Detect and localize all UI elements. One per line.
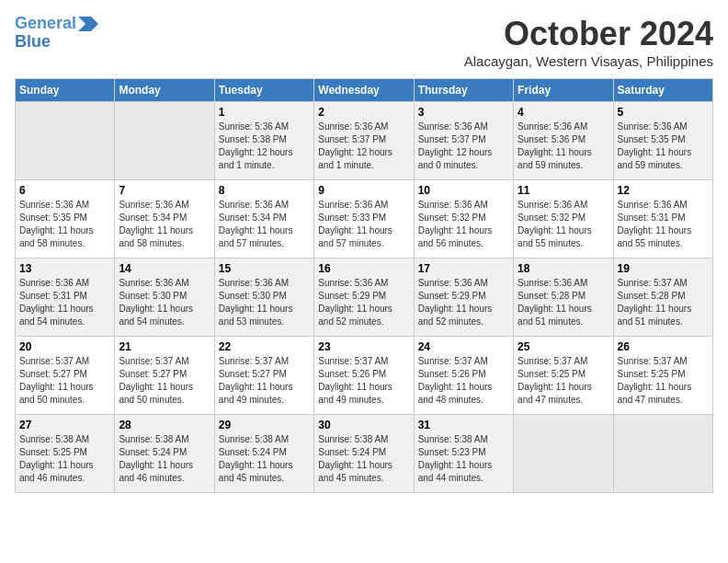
sunrise-text: Sunrise: 5:36 AM xyxy=(119,278,188,288)
day-info: Sunrise: 5:36 AMSunset: 5:37 PMDaylight:… xyxy=(418,121,509,172)
sunset-text: Sunset: 5:38 PM xyxy=(219,134,287,144)
sunset-text: Sunset: 5:27 PM xyxy=(19,369,87,379)
daylight-text: Daylight: 11 hours and 50 minutes. xyxy=(19,382,94,405)
daylight-text: Daylight: 11 hours and 49 minutes. xyxy=(219,382,293,405)
day-info: Sunrise: 5:38 AMSunset: 5:25 PMDaylight:… xyxy=(19,433,110,485)
sunset-text: Sunset: 5:26 PM xyxy=(318,369,386,379)
calendar-cell xyxy=(16,102,115,180)
day-info: Sunrise: 5:37 AMSunset: 5:26 PMDaylight:… xyxy=(418,355,509,407)
sunset-text: Sunset: 5:32 PM xyxy=(418,213,486,223)
sunrise-text: Sunrise: 5:38 AM xyxy=(119,434,188,444)
day-number: 16 xyxy=(318,262,409,275)
sunset-text: Sunset: 5:29 PM xyxy=(418,291,486,301)
day-number: 1 xyxy=(219,106,310,119)
calendar-cell: 21Sunrise: 5:37 AMSunset: 5:27 PMDayligh… xyxy=(115,337,214,415)
header-saturday: Saturday xyxy=(613,79,712,102)
daylight-text: Daylight: 12 hours and 1 minute. xyxy=(219,147,293,170)
calendar-cell: 1Sunrise: 5:36 AMSunset: 5:38 PMDaylight… xyxy=(214,102,313,180)
daylight-text: Daylight: 11 hours and 48 minutes. xyxy=(418,382,493,405)
calendar-cell xyxy=(115,102,214,180)
sunrise-text: Sunrise: 5:36 AM xyxy=(518,121,587,132)
calendar-cell: 7Sunrise: 5:36 AMSunset: 5:34 PMDaylight… xyxy=(115,180,214,259)
sunrise-text: Sunrise: 5:36 AM xyxy=(19,278,89,288)
title-section: October 2024 Alacaygan, Western Visayas,… xyxy=(464,15,713,69)
location-title: Alacaygan, Western Visayas, Philippines xyxy=(464,53,713,69)
daylight-text: Daylight: 11 hours and 54 minutes. xyxy=(19,304,94,327)
sunrise-text: Sunrise: 5:36 AM xyxy=(418,278,488,288)
day-number: 30 xyxy=(318,419,409,431)
svg-marker-0 xyxy=(78,17,98,31)
day-info: Sunrise: 5:36 AMSunset: 5:29 PMDaylight:… xyxy=(418,277,509,328)
sunrise-text: Sunrise: 5:36 AM xyxy=(318,200,388,210)
day-info: Sunrise: 5:36 AMSunset: 5:33 PMDaylight:… xyxy=(318,199,409,250)
sunrise-text: Sunrise: 5:37 AM xyxy=(618,356,688,366)
daylight-text: Daylight: 11 hours and 58 minutes. xyxy=(19,225,94,248)
day-info: Sunrise: 5:37 AMSunset: 5:27 PMDaylight:… xyxy=(19,355,110,407)
calendar-cell: 27Sunrise: 5:38 AMSunset: 5:25 PMDayligh… xyxy=(16,415,115,493)
daylight-text: Daylight: 11 hours and 52 minutes. xyxy=(418,304,493,327)
day-number: 26 xyxy=(618,340,709,353)
logo-text: General xyxy=(15,15,76,33)
sunrise-text: Sunrise: 5:37 AM xyxy=(119,356,188,366)
daylight-text: Daylight: 11 hours and 46 minutes. xyxy=(119,460,193,483)
daylight-text: Daylight: 11 hours and 59 minutes. xyxy=(618,147,692,170)
sunrise-text: Sunrise: 5:38 AM xyxy=(219,434,289,444)
sunrise-text: Sunrise: 5:36 AM xyxy=(219,121,289,132)
calendar-cell: 31Sunrise: 5:38 AMSunset: 5:23 PMDayligh… xyxy=(414,415,513,493)
daylight-text: Daylight: 11 hours and 50 minutes. xyxy=(119,382,193,405)
sunrise-text: Sunrise: 5:38 AM xyxy=(19,434,89,444)
calendar-body: 1Sunrise: 5:36 AMSunset: 5:38 PMDaylight… xyxy=(16,102,713,493)
day-number: 28 xyxy=(119,419,210,431)
calendar-cell: 30Sunrise: 5:38 AMSunset: 5:24 PMDayligh… xyxy=(314,415,414,493)
header-thursday: Thursday xyxy=(414,79,513,102)
sunset-text: Sunset: 5:24 PM xyxy=(119,447,187,457)
sunset-text: Sunset: 5:24 PM xyxy=(318,447,386,457)
header-monday: Monday xyxy=(115,79,214,102)
day-info: Sunrise: 5:36 AMSunset: 5:31 PMDaylight:… xyxy=(618,199,709,250)
header-wednesday: Wednesday xyxy=(314,79,414,102)
sunrise-text: Sunrise: 5:36 AM xyxy=(518,278,587,288)
day-info: Sunrise: 5:36 AMSunset: 5:34 PMDaylight:… xyxy=(119,199,210,250)
calendar-cell: 24Sunrise: 5:37 AMSunset: 5:26 PMDayligh… xyxy=(414,337,513,415)
sunset-text: Sunset: 5:28 PM xyxy=(618,291,686,301)
sunrise-text: Sunrise: 5:36 AM xyxy=(618,121,688,132)
daylight-text: Daylight: 11 hours and 57 minutes. xyxy=(219,225,293,248)
logo: General Blue xyxy=(15,15,98,52)
calendar-week-row: 20Sunrise: 5:37 AMSunset: 5:27 PMDayligh… xyxy=(16,337,713,415)
calendar-week-row: 1Sunrise: 5:36 AMSunset: 5:38 PMDaylight… xyxy=(16,102,713,180)
logo-arrow-icon xyxy=(78,17,98,31)
day-number: 22 xyxy=(219,340,310,353)
sunset-text: Sunset: 5:30 PM xyxy=(119,291,187,301)
daylight-text: Daylight: 11 hours and 46 minutes. xyxy=(19,460,94,483)
sunrise-text: Sunrise: 5:36 AM xyxy=(418,200,488,210)
month-title: October 2024 xyxy=(464,15,713,53)
day-info: Sunrise: 5:37 AMSunset: 5:25 PMDaylight:… xyxy=(518,355,609,407)
daylight-text: Daylight: 11 hours and 44 minutes. xyxy=(418,460,493,483)
day-number: 29 xyxy=(219,419,310,431)
day-info: Sunrise: 5:38 AMSunset: 5:24 PMDaylight:… xyxy=(219,433,310,485)
calendar-cell: 29Sunrise: 5:38 AMSunset: 5:24 PMDayligh… xyxy=(214,415,313,493)
day-number: 6 xyxy=(19,184,110,197)
calendar-table: Sunday Monday Tuesday Wednesday Thursday… xyxy=(15,78,713,493)
calendar-week-row: 6Sunrise: 5:36 AMSunset: 5:35 PMDaylight… xyxy=(16,180,713,259)
calendar-cell: 13Sunrise: 5:36 AMSunset: 5:31 PMDayligh… xyxy=(16,259,115,337)
daylight-text: Daylight: 11 hours and 55 minutes. xyxy=(618,225,692,248)
day-number: 4 xyxy=(518,106,609,119)
calendar-cell: 20Sunrise: 5:37 AMSunset: 5:27 PMDayligh… xyxy=(16,337,115,415)
sunset-text: Sunset: 5:37 PM xyxy=(318,134,386,144)
day-number: 3 xyxy=(418,106,509,119)
day-info: Sunrise: 5:37 AMSunset: 5:26 PMDaylight:… xyxy=(318,355,409,407)
sunset-text: Sunset: 5:34 PM xyxy=(119,213,187,223)
page-header: General Blue October 2024 Alacaygan, Wes… xyxy=(15,15,713,69)
day-number: 24 xyxy=(418,340,509,353)
sunrise-text: Sunrise: 5:37 AM xyxy=(318,356,388,366)
day-info: Sunrise: 5:36 AMSunset: 5:38 PMDaylight:… xyxy=(219,121,310,172)
calendar-week-row: 27Sunrise: 5:38 AMSunset: 5:25 PMDayligh… xyxy=(16,415,713,493)
daylight-text: Daylight: 11 hours and 53 minutes. xyxy=(219,304,293,327)
day-number: 18 xyxy=(518,262,609,275)
sunrise-text: Sunrise: 5:36 AM xyxy=(418,121,488,132)
sunset-text: Sunset: 5:31 PM xyxy=(618,213,686,223)
day-info: Sunrise: 5:37 AMSunset: 5:28 PMDaylight:… xyxy=(618,277,709,328)
sunrise-text: Sunrise: 5:38 AM xyxy=(318,434,388,444)
sunrise-text: Sunrise: 5:36 AM xyxy=(318,121,388,132)
